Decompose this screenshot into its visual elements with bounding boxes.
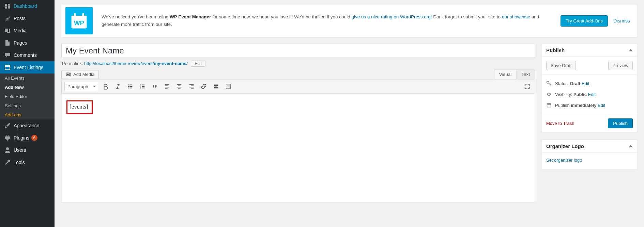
editor-content[interactable]: [events] [61, 94, 535, 202]
organizer-logo-title: Organizer Logo [546, 143, 584, 149]
editor-tools: Add Media Visual Text [61, 69, 535, 79]
permalink-slug: my-event-name [154, 61, 186, 66]
sidebar-label: Comments [14, 52, 37, 58]
sidebar-label: Pages [14, 40, 27, 46]
sidebar-item-plugins[interactable]: Plugins 6 [0, 132, 55, 144]
visibility-row: Visibility: Public Edit [546, 89, 633, 100]
sidebar-sub-addons[interactable]: Add-ons [0, 110, 55, 119]
notice-text-3: Don't forget to submit your site to [432, 14, 502, 19]
dashboard-icon [4, 3, 11, 10]
sidebar-item-appearance[interactable]: Appearance [0, 119, 55, 132]
try-addons-button[interactable]: Try Great Add-Ons [561, 15, 608, 27]
toggle-arrow-icon[interactable] [629, 145, 633, 147]
permalink-edit-button[interactable]: Edit [191, 61, 205, 67]
rating-notice: WP We've noticed you've been using WP Ev… [61, 4, 637, 37]
svg-text:WP: WP [74, 19, 84, 27]
sidebar-item-pages[interactable]: Pages [0, 37, 55, 49]
numbered-list-button[interactable]: 123 [138, 82, 147, 91]
permalink-label: Permalink: [62, 61, 84, 66]
notice-strong-1: WP Event Manager [170, 14, 211, 19]
wp-event-manager-logo: WP [65, 7, 93, 34]
status-value: Draft [570, 81, 580, 86]
sidebar-label: Users [14, 147, 26, 153]
link-button[interactable] [199, 82, 209, 91]
sidebar-item-users[interactable]: Users [0, 144, 55, 156]
shortcode-highlight: [events] [66, 100, 93, 114]
svg-point-4 [67, 73, 69, 75]
permalink-trail: / [186, 61, 188, 66]
editor-toolbar: Paragraph 123 [61, 79, 535, 94]
blockquote-button[interactable] [150, 82, 159, 91]
plugin-update-badge: 6 [31, 135, 37, 141]
status-edit-link[interactable]: Edit [582, 81, 589, 86]
sidebar-sub-field-editor[interactable]: Field Editor [0, 92, 55, 101]
move-to-trash-link[interactable]: Move to Trash [546, 121, 574, 126]
sidebar-label: Appearance [14, 123, 40, 128]
pin-icon [4, 15, 11, 22]
visibility-edit-link[interactable]: Edit [588, 92, 596, 97]
bullet-list-button[interactable] [125, 82, 135, 91]
set-organizer-logo-link[interactable]: Set organizer logo [546, 156, 633, 166]
sidebar-item-tools[interactable]: Tools [0, 156, 55, 168]
align-right-button[interactable] [187, 82, 196, 91]
format-select[interactable]: Paragraph [64, 82, 98, 91]
publish-header: Publish [542, 44, 637, 57]
plugin-icon [4, 134, 11, 141]
editor-tab-text[interactable]: Text [516, 69, 535, 79]
sidebar-sub-add-new[interactable]: Add New [0, 83, 55, 92]
sidebar-label: Plugins [14, 135, 29, 141]
sidebar-item-event-listings[interactable]: Event Listings [0, 61, 55, 74]
svg-point-6 [128, 86, 129, 87]
notice-showcase-link[interactable]: our showcase [502, 14, 530, 19]
permalink-link[interactable]: http://localhost/theme-review/event/my-e… [84, 61, 188, 66]
dismiss-link[interactable]: Dismiss [613, 18, 630, 23]
read-more-button[interactable] [211, 82, 221, 91]
publish-title: Publish [546, 47, 565, 53]
save-draft-button[interactable]: Save Draft [546, 61, 576, 70]
toolbar-toggle-button[interactable] [224, 82, 233, 91]
align-center-button[interactable] [174, 82, 184, 91]
organizer-logo-box: Organizer Logo Set organizer logo [542, 140, 637, 170]
schedule-edit-link[interactable]: Edit [598, 103, 605, 108]
editor-tab-visual[interactable]: Visual [494, 69, 517, 79]
page-icon [4, 39, 11, 46]
sidebar-label: Event Listings [14, 65, 43, 70]
sidebar-item-dashboard[interactable]: Dashboard [0, 0, 55, 12]
svg-point-7 [128, 87, 129, 88]
sidebar-sub-settings[interactable]: Settings [0, 101, 55, 110]
sidebar-item-posts[interactable]: Posts [0, 12, 55, 25]
svg-rect-1 [74, 13, 76, 18]
organizer-logo-header: Organizer Logo [542, 140, 637, 153]
main-content: WP We've noticed you've been using WP Ev… [55, 4, 644, 216]
svg-text:3: 3 [140, 87, 141, 89]
notice-rating-link[interactable]: give us a nice rating on WordPress.org! [351, 14, 432, 19]
admin-sidebar: Dashboard Posts Media Pages Comments Eve… [0, 0, 55, 216]
add-media-button[interactable]: Add Media [61, 70, 99, 79]
sidebar-sub-all-events[interactable]: All Events [0, 74, 55, 83]
notice-text-2: for some time now. we hope you love it! … [211, 14, 351, 19]
permalink-row: Permalink: http://localhost/theme-review… [61, 58, 535, 69]
preview-button[interactable]: Preview [608, 61, 633, 70]
media-icon [4, 27, 11, 34]
italic-button[interactable] [113, 82, 123, 91]
bold-button[interactable] [101, 82, 110, 91]
toggle-arrow-icon[interactable] [629, 49, 633, 51]
brush-icon [4, 122, 11, 129]
visibility-label: Visibility: [555, 92, 573, 97]
post-title-input[interactable] [61, 44, 535, 58]
publish-button[interactable]: Publish [608, 118, 633, 128]
calendar-small-icon [546, 102, 552, 108]
publish-minor-actions: Save Draft Preview [542, 57, 637, 74]
editor-tabs: Visual Text [494, 69, 535, 79]
notice-actions: Try Great Add-Ons Dismiss [561, 15, 637, 27]
fullscreen-button[interactable] [522, 82, 532, 91]
user-icon [4, 147, 11, 153]
sidebar-submenu: All Events Add New Field Editor Settings… [0, 74, 55, 119]
publish-box: Publish Save Draft Preview Status: Draft… [542, 44, 637, 133]
sidebar-item-media[interactable]: Media [0, 25, 55, 37]
schedule-row: Publish immediately Edit [546, 100, 633, 111]
sidebar-item-comments[interactable]: Comments [0, 49, 55, 61]
align-left-button[interactable] [162, 82, 172, 91]
svg-rect-13 [547, 103, 551, 107]
notice-text-1: We've noticed you've been using [102, 14, 170, 19]
